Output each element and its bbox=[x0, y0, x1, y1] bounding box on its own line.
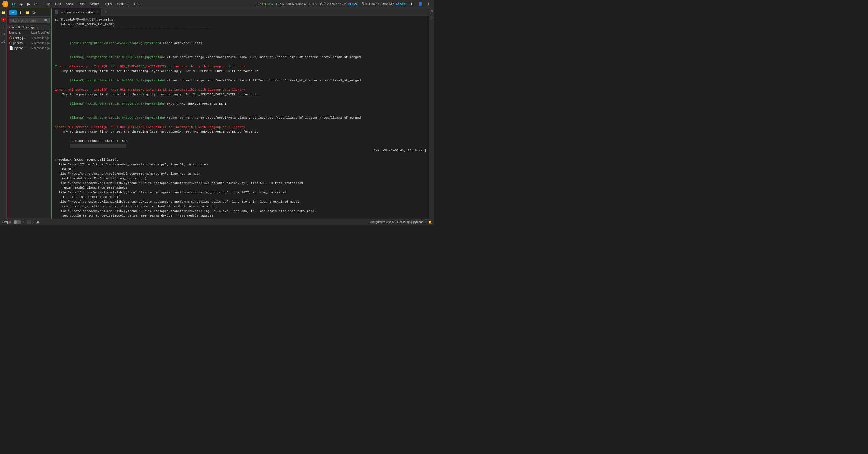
term-line: set_module_tensor_to_device(model, param… bbox=[55, 213, 426, 218]
term-prompt: (llama3) root@intern-studio-045290:/opt/… bbox=[70, 102, 163, 105]
term-line: Error: mkl-service + Intel(R) MKL: MKL_T… bbox=[55, 125, 426, 130]
term-line: ────────────────────────────────────────… bbox=[55, 27, 426, 32]
search-box: 🔍 bbox=[9, 18, 50, 24]
bell-icon[interactable]: 🔔 bbox=[428, 220, 432, 223]
kernel-icon: ⬛ bbox=[27, 220, 31, 223]
menu-view[interactable]: View bbox=[64, 1, 76, 6]
json-icon: ⬡ bbox=[9, 41, 12, 45]
list-item[interactable]: ⬡ config.json 6 seconds ago bbox=[7, 35, 52, 40]
tab-icon: ⬛ bbox=[55, 10, 59, 14]
doc-icon: 📄 bbox=[9, 46, 13, 50]
simple-toggle[interactable] bbox=[13, 220, 21, 224]
term-line: File "/root/.conda/envs/llama3/lib/pytho… bbox=[55, 209, 426, 214]
tab-bar: ⬛ root@intern-studio-04529 ✕ + bbox=[52, 8, 429, 16]
json-icon: ⬡ bbox=[9, 36, 12, 40]
cpu-value: 99.3% bbox=[264, 2, 273, 6]
new-folder-button[interactable]: 📁 bbox=[25, 10, 30, 15]
list-item[interactable]: ⬡ generatio... 6 seconds ago bbox=[7, 40, 52, 46]
menu-bar: File Edit View Run Kernel Tabs Settings … bbox=[42, 1, 144, 6]
file-list-header: Name ▲ Last Modified bbox=[7, 30, 52, 35]
term-line: main() bbox=[55, 167, 426, 172]
activity-list[interactable]: ≡ bbox=[1, 24, 6, 29]
term-line: File "/root/.conda/envs/llama3/lib/pytho… bbox=[55, 200, 426, 204]
term-line: return model_class.from_pretrained( bbox=[55, 185, 426, 190]
icon-sync[interactable]: ⟳ bbox=[11, 1, 17, 7]
term-line: File "/root/.conda/envs/llama3/lib/pytho… bbox=[55, 218, 426, 219]
ram-label: 内存 20.89 / 72 GB bbox=[320, 2, 346, 6]
status-kernels: 1 bbox=[24, 220, 25, 223]
term-line: File "/root/.conda/envs/llama3/lib/pytho… bbox=[55, 190, 426, 195]
term-line: lab add {YOUR_CONDA_ENV_NAME} bbox=[55, 22, 426, 27]
cpu-label: CPU bbox=[256, 2, 263, 6]
list-item[interactable]: 📄 pytorch_m... 5 seconds ago bbox=[7, 46, 52, 51]
upload-icon[interactable]: ⬆ bbox=[409, 1, 415, 7]
term-line: Error: mkl-service + Intel(R) MKL: MKL_T… bbox=[55, 64, 426, 69]
term-cmd: # export MKL_SERVICE_FORCE_INTEL=1 bbox=[163, 102, 226, 105]
term-line: ) = cls._load_pretrained_model( bbox=[55, 195, 426, 200]
activity-folder[interactable]: 📁 bbox=[1, 10, 6, 15]
progress-stats: 2/4 [00:46<00:46, 23.18s/it] bbox=[374, 148, 426, 153]
refresh-button[interactable]: ⟳ bbox=[31, 10, 37, 15]
right-icon-gear[interactable]: ⛭ bbox=[430, 15, 434, 20]
menu-settings[interactable]: Settings bbox=[115, 1, 131, 6]
info-icon[interactable]: ℹ bbox=[426, 1, 432, 7]
top-bar: J ⟳ ◈ ▶ ⊙ File Edit View Run Kernel Tabs… bbox=[0, 0, 434, 8]
icon-nav[interactable]: ⊙ bbox=[33, 1, 39, 7]
notebook-area: ⬛ root@intern-studio-04529 ✕ + 5. 将conda… bbox=[52, 8, 429, 219]
vram-value: 47.51% bbox=[396, 2, 406, 6]
new-tab-button[interactable]: + bbox=[102, 9, 109, 14]
status-mode: Simple bbox=[2, 220, 11, 223]
new-file-button[interactable]: ＋ bbox=[9, 10, 17, 15]
menu-help[interactable]: Help bbox=[132, 1, 144, 6]
term-cmd: # xtuner convert merge /root/model/Meta-… bbox=[163, 79, 361, 82]
file-modified: 6 seconds ago bbox=[27, 41, 50, 45]
menu-kernel[interactable]: Kernel bbox=[88, 1, 102, 6]
term-cmd: # conda activate llama3 bbox=[159, 41, 202, 45]
col-name-header: Name ▲ bbox=[9, 31, 26, 34]
status-bar: Simple 1 ⬛ 0 ⚙ root@intern-studio-045290… bbox=[0, 219, 434, 225]
file-toolbar: ＋ ⬆ 📁 ⟳ bbox=[7, 8, 52, 17]
term-line: new_error_msgs, offload_index, state_dic… bbox=[55, 204, 426, 209]
icon-debug[interactable]: ▶ bbox=[25, 1, 32, 7]
activity-git[interactable]: ⎇ bbox=[1, 38, 6, 44]
activity-extensions[interactable]: ⊞ bbox=[1, 31, 6, 37]
term-prompt: (llama3) root@intern-studio-045290:/opt/… bbox=[70, 116, 163, 120]
activity-bar: 📁 ● ≡ ⊞ ⎇ bbox=[0, 8, 7, 219]
term-line: File "/root/XTuner/xtuner/tools/model_co… bbox=[55, 172, 426, 176]
menu-file[interactable]: File bbox=[42, 1, 52, 6]
file-name: pytorch_m... bbox=[14, 47, 26, 50]
tab-terminal[interactable]: ⬛ root@intern-studio-04529 ✕ bbox=[52, 8, 102, 16]
term-line: (llama3) root@intern-studio-045290:/opt/… bbox=[55, 111, 426, 125]
term-line: (llama3) root@intern-studio-045290:/opt/… bbox=[55, 97, 426, 111]
progress-bar-50 bbox=[70, 144, 126, 148]
toggle-knob bbox=[13, 220, 17, 224]
app-logo: J bbox=[2, 1, 8, 7]
term-line: (llama3) root@intern-studio-045290:/opt/… bbox=[55, 50, 426, 64]
ram-value: 29.02% bbox=[347, 2, 358, 6]
right-sidebar: ⚙ ⛭ bbox=[429, 8, 434, 219]
term-line: Try to import numpy first or set the thr… bbox=[55, 69, 426, 74]
upload-button[interactable]: ⬆ bbox=[18, 10, 24, 15]
activity-debug[interactable]: ● bbox=[1, 17, 6, 22]
progress-label: Loading checkpoint shards: 50% bbox=[70, 139, 129, 143]
menu-run[interactable]: Run bbox=[76, 1, 87, 6]
tab-label: root@intern-studio-04529 bbox=[60, 10, 95, 14]
status-count: 1 bbox=[425, 220, 427, 223]
menu-edit[interactable]: Edit bbox=[53, 1, 63, 6]
icon-code[interactable]: ◈ bbox=[18, 1, 24, 7]
term-line: File "/root/.conda/envs/llama3/lib/pytho… bbox=[55, 181, 426, 186]
sort-arrow-icon[interactable]: ▲ bbox=[18, 31, 21, 34]
tab-close-button[interactable]: ✕ bbox=[96, 10, 99, 13]
gpu-value: 0% bbox=[312, 2, 317, 6]
settings-icon[interactable]: ⚙ bbox=[37, 220, 39, 223]
term-line: Error: mkl-service + Intel(R) MKL: MKL_T… bbox=[55, 88, 426, 92]
search-input[interactable] bbox=[10, 19, 44, 22]
menu-tabs[interactable]: Tabs bbox=[102, 1, 114, 6]
breadcrumb: / llama3_hf_merged / bbox=[7, 25, 52, 30]
right-icon-settings[interactable]: ⚙ bbox=[430, 9, 434, 13]
profile-icon[interactable]: 👤 bbox=[417, 1, 423, 7]
terminal-output[interactable]: 5. 将conda环境一键添加到jupyterlab: lab add {YOU… bbox=[52, 16, 429, 219]
file-panel: ＋ ⬆ 📁 ⟳ 🔍 / llama3_hf_merged / Name ▲ La… bbox=[7, 8, 52, 219]
file-list: ⬡ config.json 6 seconds ago ⬡ generatio.… bbox=[7, 35, 52, 218]
term-line: (llama3) root@intern-studio-045290:/opt/… bbox=[55, 73, 426, 88]
